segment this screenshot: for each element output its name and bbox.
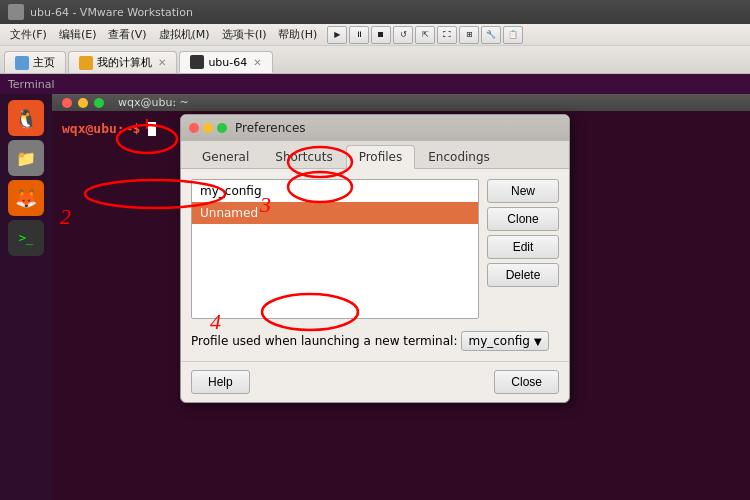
tab-encodings[interactable]: Encodings: [415, 145, 503, 168]
terminal-section-label: Terminal: [0, 74, 750, 94]
menu-edit[interactable]: 编辑(E): [53, 24, 103, 45]
tab-ubu64[interactable]: ubu-64 ✕: [179, 51, 272, 73]
app-icon: [8, 4, 24, 20]
menu-file[interactable]: 文件(F): [4, 24, 53, 45]
dialog-maximize-btn[interactable]: [217, 123, 227, 133]
dialog-window-btns: [189, 123, 227, 133]
close-button[interactable]: Close: [494, 370, 559, 394]
tab-home[interactable]: 主页: [4, 51, 66, 73]
tab-mycomputer[interactable]: 我的计算机 ✕: [68, 51, 177, 73]
tab-shortcuts[interactable]: Shortcuts: [262, 145, 345, 168]
tab-ubu64-close[interactable]: ✕: [253, 57, 261, 68]
tabs-bar: 主页 我的计算机 ✕ ubu-64 ✕: [0, 46, 750, 74]
toolbar: ▶ ⏸ ⏹ ↺ ⇱ ⛶ ⊞ 🔧 📋: [327, 26, 523, 44]
dialog-footer: Help Close: [181, 361, 569, 402]
terminal-label-text: Terminal: [8, 78, 55, 91]
dialog-overlay: Preferences General Shortcuts Profiles E…: [0, 94, 750, 500]
toolbar-btn-8[interactable]: 🔧: [481, 26, 501, 44]
tab-mycomputer-label: 我的计算机: [97, 55, 152, 70]
help-button[interactable]: Help: [191, 370, 250, 394]
dialog-title-text: Preferences: [235, 121, 306, 135]
toolbar-btn-3[interactable]: ⏹: [371, 26, 391, 44]
launch-label: Profile used when launching a new termin…: [191, 334, 457, 348]
dialog-tabs: General Shortcuts Profiles Encodings: [181, 141, 569, 169]
tab-profiles[interactable]: Profiles: [346, 145, 416, 169]
profile-item-myconfig[interactable]: my_config: [192, 180, 478, 202]
profile-item-unnamed[interactable]: Unnamed: [192, 202, 478, 224]
delete-button[interactable]: Delete: [487, 263, 559, 287]
dialog-title-bar: Preferences: [181, 115, 569, 141]
menu-help[interactable]: 帮助(H): [272, 24, 323, 45]
title-text: ubu-64 - VMware Workstation: [30, 6, 193, 19]
toolbar-btn-9[interactable]: 📋: [503, 26, 523, 44]
dialog-minimize-btn[interactable]: [203, 123, 213, 133]
title-bar: ubu-64 - VMware Workstation: [0, 0, 750, 24]
svg-text:2: 2: [60, 204, 71, 229]
toolbar-btn-7[interactable]: ⊞: [459, 26, 479, 44]
profile-buttons: New Clone Edit Delete: [487, 179, 559, 319]
tab-general[interactable]: General: [189, 145, 262, 168]
dialog-content: my_config Unnamed New Clone Edit Delete …: [181, 169, 569, 361]
tab-home-label: 主页: [33, 55, 55, 70]
toolbar-btn-4[interactable]: ↺: [393, 26, 413, 44]
menu-view[interactable]: 查看(V): [102, 24, 152, 45]
toolbar-btn-6[interactable]: ⛶: [437, 26, 457, 44]
profile-list[interactable]: my_config Unnamed: [191, 179, 479, 319]
tab-ubu64-label: ubu-64: [208, 56, 247, 69]
edit-button[interactable]: Edit: [487, 235, 559, 259]
home-icon: [15, 56, 29, 70]
main-area: 🐧 📁 🦊 >_ wqx@ubu: ~ wqx@ubu:~$: [0, 94, 750, 500]
computer-icon: [79, 56, 93, 70]
new-button[interactable]: New: [487, 179, 559, 203]
svg-point-0: [117, 125, 177, 153]
launch-dropdown[interactable]: my_config ▼: [461, 331, 548, 351]
dropdown-arrow-icon: ▼: [534, 336, 542, 347]
preferences-dialog: Preferences General Shortcuts Profiles E…: [180, 114, 570, 403]
toolbar-btn-1[interactable]: ▶: [327, 26, 347, 44]
clone-button[interactable]: Clone: [487, 207, 559, 231]
menu-vm[interactable]: 虚拟机(M): [153, 24, 216, 45]
dialog-close-btn[interactable]: [189, 123, 199, 133]
profile-section: my_config Unnamed New Clone Edit Delete: [191, 179, 559, 319]
terminal-tab-icon: [190, 55, 204, 69]
toolbar-btn-5[interactable]: ⇱: [415, 26, 435, 44]
tab-mycomputer-close[interactable]: ✕: [158, 57, 166, 68]
toolbar-btn-2[interactable]: ⏸: [349, 26, 369, 44]
menu-bar: 文件(F) 编辑(E) 查看(V) 虚拟机(M) 选项卡(I) 帮助(H) ▶ …: [0, 24, 750, 46]
menu-tabs[interactable]: 选项卡(I): [216, 24, 273, 45]
launch-row: Profile used when launching a new termin…: [191, 331, 559, 351]
launch-value: my_config: [468, 334, 530, 348]
